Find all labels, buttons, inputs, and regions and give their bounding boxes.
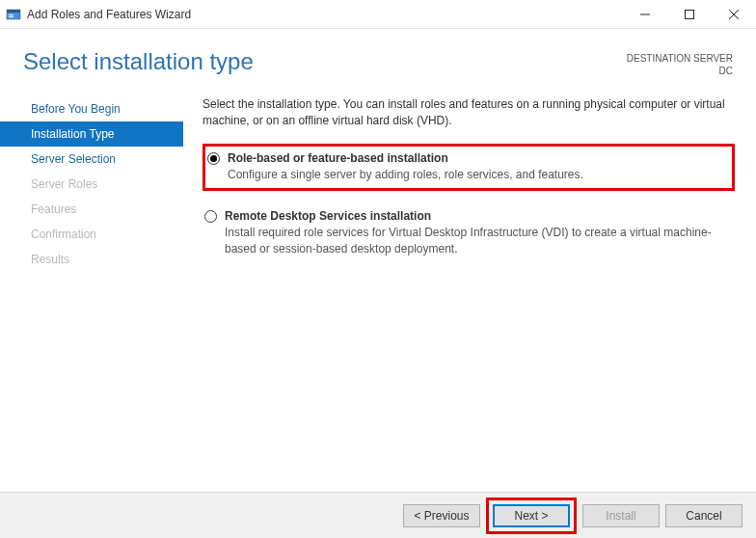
destination-value: DC [627,65,733,77]
wizard-icon [6,7,21,22]
svg-rect-3 [9,16,14,17]
next-button[interactable]: Next > [493,504,570,527]
content: Select the installation type. You can in… [183,87,756,482]
option-title: Role-based or feature-based installation [228,150,583,167]
cancel-button[interactable]: Cancel [665,504,742,527]
step-confirmation: Confirmation [0,222,183,247]
destination-label: DESTINATION SERVER [627,52,733,65]
radio-remote-desktop[interactable] [204,210,217,223]
footer: < Previous Next > Install Cancel [0,492,756,538]
previous-button[interactable]: < Previous [403,504,480,527]
option-text: Remote Desktop Services installation Ins… [225,208,733,258]
svg-rect-1 [7,10,20,13]
page-title: Select installation type [23,48,254,75]
option-title: Remote Desktop Services installation [225,208,733,225]
next-button-highlight: Next > [486,498,577,534]
window-title: Add Roles and Features Wizard [27,8,191,21]
option-desc: Install required role services for Virtu… [225,225,733,258]
body: Before You Begin Installation Type Serve… [0,87,756,482]
sidebar: Before You Begin Installation Type Serve… [0,87,183,482]
minimize-button[interactable] [623,0,667,29]
option-remote-desktop[interactable]: Remote Desktop Services installation Ins… [202,204,735,262]
step-features: Features [0,197,183,222]
step-server-roles: Server Roles [0,172,183,197]
install-button: Install [582,504,660,527]
step-server-selection[interactable]: Server Selection [0,147,183,172]
option-text: Role-based or feature-based installation… [228,150,583,184]
step-results: Results [0,247,183,272]
step-before-you-begin[interactable]: Before You Begin [0,96,183,121]
svg-rect-5 [686,10,694,18]
svg-rect-2 [9,14,14,15]
option-desc: Configure a single server by adding role… [228,167,583,183]
header: Select installation type DESTINATION SER… [0,29,756,87]
instruction-text: Select the installation type. You can in… [202,96,735,130]
maximize-button[interactable] [667,0,712,29]
step-installation-type[interactable]: Installation Type [0,121,183,147]
close-button[interactable] [712,0,756,29]
option-role-based[interactable]: Role-based or feature-based installation… [202,144,735,191]
radio-role-based[interactable] [207,152,220,165]
titlebar: Add Roles and Features Wizard [0,0,756,29]
destination-server: DESTINATION SERVER DC [627,48,733,77]
